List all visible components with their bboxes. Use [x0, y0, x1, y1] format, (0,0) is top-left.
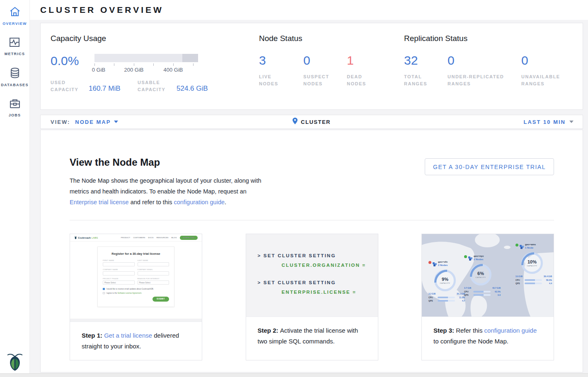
node-status-title: Node Status	[259, 34, 404, 43]
get-enterprise-trial-button[interactable]: GET A 30-DAY ENTERPRISE TRIAL	[425, 158, 554, 175]
trial-license-page-thumbnail: Cockroach LABS PRODUCT CUSTOMERS DOCS RE…	[70, 234, 202, 322]
view-selector-value: NODE MAP	[75, 119, 111, 125]
cpu-value: 42.5%	[494, 290, 501, 293]
capacity-axis-ticks	[94, 63, 198, 66]
mini-form-title: Register for a 30-day trial license	[103, 252, 169, 256]
configuration-guide-link[interactable]: configuration guide	[174, 199, 225, 205]
main-area: CLUSTER OVERVIEW Capacity Usage 0.0% 0 G	[30, 0, 588, 377]
prompt-glyph: >	[258, 253, 261, 258]
axis-tick-label: 200 GiB	[124, 67, 144, 73]
node-status-section: Node Status 3 LIVE NODES 0 SUSPECT NODES…	[259, 23, 404, 109]
mini-checkbox-checked	[103, 288, 105, 290]
node-cubes-icon	[520, 243, 524, 251]
mini-checkbox-label: I would like to receive email updates ab…	[106, 288, 154, 290]
horizontal-scrollbar[interactable]	[0, 373, 588, 377]
sql-setting: CLUSTER.ORGANIZATION =	[282, 263, 366, 268]
sidebar-item-label: JOBS	[9, 113, 21, 117]
step-1-card: Cockroach LABS PRODUCT CUSTOMERS DOCS RE…	[70, 234, 202, 360]
region-node-count: 2 Nodes	[474, 258, 484, 261]
region-used: 3.6 GiB	[515, 275, 523, 278]
step-1-text: Step 1: Get a trial license delivered st…	[70, 322, 202, 360]
configuration-guide-link[interactable]: configuration guide	[484, 327, 537, 334]
scope-breadcrumb: CLUSTER	[41, 118, 583, 126]
axis-tick-label: 400 GiB	[164, 67, 183, 73]
region-total: 36.4 GiB	[544, 275, 552, 278]
enterprise-trial-license-link[interactable]: Enterprise trial license	[70, 199, 129, 205]
view-label: VIEW:	[51, 119, 70, 125]
sidebar-item-jobs[interactable]: JOBS	[9, 98, 21, 117]
mini-footer	[70, 319, 202, 321]
capacity-gauge-ring: 9% CAPACITY	[434, 270, 456, 291]
mini-select: Please Select	[138, 280, 169, 285]
cpu-value: 58.3%	[545, 279, 552, 281]
qps-value: 4.7	[458, 300, 465, 302]
mini-checkbox-label: I agree to the	[106, 292, 118, 294]
region-total: 43.7 GiB	[492, 287, 501, 289]
cockroach-labs-logo	[0, 352, 29, 371]
region-total: 35.1 GiB	[457, 292, 465, 295]
metrics-icon	[9, 37, 20, 49]
mini-nav-item: BLOG	[172, 237, 177, 239]
view-selector-dropdown[interactable]: NODE MAP	[75, 119, 118, 125]
sql-commands-thumbnail: > SET CLUSTER SETTING CLUSTER.ORGANIZATI…	[246, 234, 378, 317]
mini-field-label: PROJECT PHASE	[103, 278, 135, 280]
region-status-warning-icon	[428, 261, 431, 264]
sql-command: SET CLUSTER SETTING	[264, 280, 336, 285]
dead-nodes-label: DEAD NODES	[347, 73, 373, 87]
mini-input	[103, 271, 135, 276]
sidebar-item-databases[interactable]: DATABASES	[1, 67, 28, 87]
region-name: geo=nyc	[474, 255, 484, 258]
mini-brand: Cockroach LABS	[74, 236, 98, 239]
mini-input	[138, 271, 169, 276]
node-map-heading: View the Node Map	[70, 157, 269, 168]
qps-label: QPS	[428, 300, 434, 302]
region-node-count: 1 Node	[525, 247, 536, 250]
region-node-count: 2 Nodes	[438, 264, 448, 267]
sidebar-item-metrics[interactable]: METRICS	[5, 37, 25, 56]
database-icon	[10, 67, 20, 80]
time-range-dropdown[interactable]: LAST 10 MIN	[524, 119, 573, 125]
cpu-bar	[438, 297, 455, 298]
map-region-nyc: geo=nyc 2 Nodes 6% CAPACITY 3.7 GiB43.7 …	[464, 255, 506, 297]
qps-bar	[525, 283, 542, 284]
page-header: CLUSTER OVERVIEW	[30, 0, 588, 20]
node-cubes-icon	[468, 255, 472, 262]
divider	[70, 220, 554, 220]
sidebar: OVERVIEW METRICS DATABASES JOBS	[0, 0, 30, 377]
region-capacity-percent: 10%	[528, 259, 537, 264]
region-used: 3.2 GiB	[428, 292, 436, 295]
sidebar-item-label: DATABASES	[1, 83, 28, 87]
mini-input	[103, 262, 135, 266]
total-ranges-label: TOTAL RANGES	[404, 73, 430, 87]
capacity-usage-title: Capacity Usage	[51, 34, 259, 43]
node-map-thumbnail: geo=sfo 2 Nodes 9% CAPACITY 3.2 GiB35.1 …	[422, 234, 554, 317]
mini-nav: PRODUCT CUSTOMERS DOCS RESOURCES BLOG DO…	[121, 236, 198, 240]
step-text: to configure the Node Map.	[433, 338, 508, 345]
cpu-bar	[525, 279, 542, 281]
sql-setting: ENTERPRISE.LICENSE =	[282, 290, 356, 295]
dead-nodes-value: 1	[347, 54, 373, 67]
replication-status-section: Replication Status 32 TOTAL RANGES 0 UND…	[404, 23, 583, 109]
capacity-usage-section: Capacity Usage 0.0% 0 GiB 200 GiB 400 Gi…	[41, 23, 259, 109]
cpu-bar	[473, 291, 491, 292]
time-range-value: LAST 10 MIN	[524, 119, 566, 125]
mini-field-label: COMPANY NAME	[103, 268, 135, 271]
get-trial-license-link[interactable]: Get a trial license	[104, 332, 152, 339]
sidebar-item-overview[interactable]: OVERVIEW	[2, 6, 27, 26]
mini-download-button: DOWNLOAD	[180, 236, 198, 240]
home-icon	[9, 6, 21, 19]
chevron-down-icon	[114, 121, 118, 123]
step-2-label: Step 2:	[258, 327, 280, 334]
mini-field-label: LAST NAME	[138, 259, 169, 261]
step-3-text: Step 3: Refer this configuration guide t…	[422, 317, 554, 355]
live-nodes-label: LIVE NODES	[259, 73, 285, 87]
description-text: The Node Map shows the geographical layo…	[70, 177, 261, 195]
description-text: and refer to this	[129, 199, 174, 205]
mini-license-link: Software License Agreement.	[118, 292, 142, 294]
cpu-label: CPU	[515, 279, 521, 281]
qps-bar	[473, 294, 491, 296]
replication-status-title: Replication Status	[404, 34, 583, 43]
map-pin-icon	[293, 118, 298, 126]
map-region-ams: geo=ams 1 Node 10% CAPACITY 3.6 GiB36.4 …	[515, 243, 554, 286]
mini-checkbox	[103, 292, 105, 294]
